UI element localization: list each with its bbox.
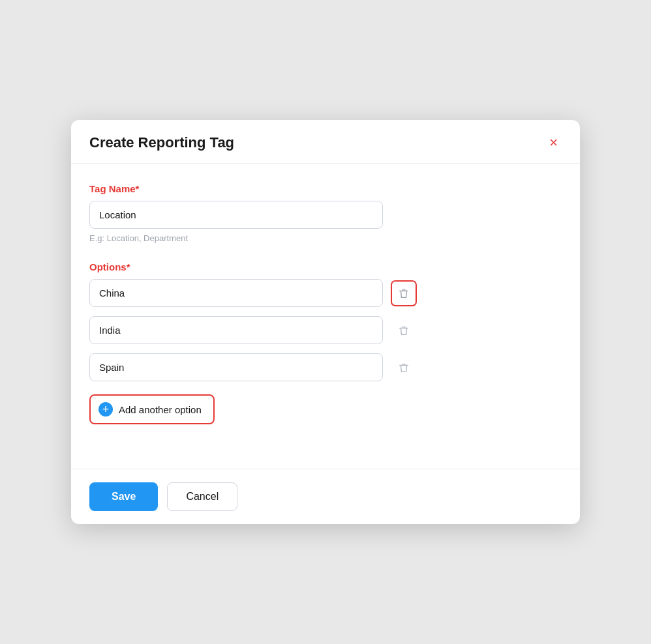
trash-icon-3	[398, 362, 410, 373]
trash-icon-2	[398, 325, 410, 336]
cancel-button[interactable]: Cancel	[167, 482, 237, 511]
close-button[interactable]: ×	[545, 134, 562, 151]
tag-name-input[interactable]	[89, 201, 383, 229]
options-section: Options*	[89, 261, 562, 424]
dialog-header: Create Reporting Tag ×	[71, 120, 580, 164]
option-row-3	[89, 353, 562, 381]
dialog-footer: Save Cancel	[71, 469, 580, 524]
delete-option-1-button[interactable]	[391, 280, 417, 306]
trash-icon-1	[398, 287, 410, 299]
dialog-body: Tag Name* E.g: Location, Department Opti…	[71, 164, 580, 469]
create-reporting-tag-dialog: Create Reporting Tag × Tag Name* E.g: Lo…	[71, 120, 580, 524]
delete-option-2-button[interactable]	[391, 317, 417, 344]
dialog-title: Create Reporting Tag	[89, 134, 234, 151]
save-button[interactable]: Save	[89, 482, 158, 511]
option-input-1[interactable]	[89, 279, 383, 307]
delete-option-3-button[interactable]	[391, 355, 417, 381]
tag-name-hint: E.g: Location, Department	[89, 233, 562, 243]
option-input-3[interactable]	[89, 353, 383, 381]
tag-name-label: Tag Name*	[89, 183, 562, 194]
plus-icon: +	[98, 402, 113, 417]
add-another-option-button[interactable]: + Add another option	[89, 394, 215, 424]
add-option-label: Add another option	[119, 404, 202, 415]
option-input-2[interactable]	[89, 316, 383, 344]
option-row-2	[89, 316, 562, 344]
option-row-1	[89, 279, 562, 307]
tag-name-section: Tag Name* E.g: Location, Department	[89, 183, 562, 243]
options-label: Options*	[89, 261, 562, 272]
